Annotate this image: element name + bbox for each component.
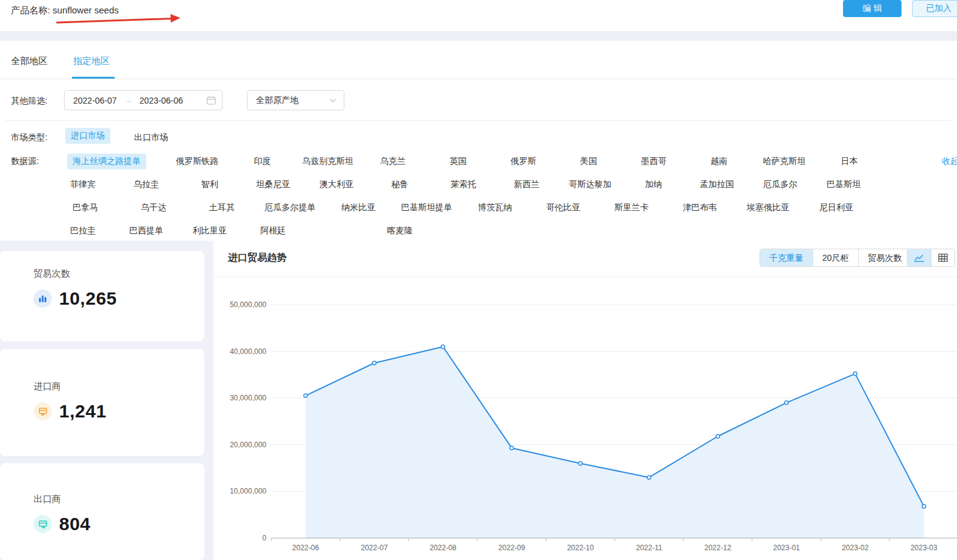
datasource-item[interactable]: 智利 (178, 179, 241, 190)
datasource-item[interactable]: 墨西哥 (621, 156, 686, 167)
unit-toggle-button[interactable]: 千克重量 (760, 249, 813, 266)
datasource-item[interactable]: 坦桑尼亚 (241, 179, 305, 190)
datasource-item[interactable]: 菲律宾 (51, 179, 115, 190)
metric-card-trades: 贸易次数 10,265 (0, 251, 204, 341)
datasource-item[interactable]: 哈萨克斯坦 (752, 156, 817, 167)
page-title: 产品名称: sunflower seeds (11, 5, 119, 16)
bar-chart-icon (34, 289, 52, 308)
svg-text:2022-11: 2022-11 (636, 544, 662, 552)
table-icon[interactable] (931, 249, 955, 266)
datasource-item[interactable]: 尼日利亚 (802, 202, 870, 213)
origin-select-value: 全部原产地 (256, 95, 299, 106)
svg-text:2022-10: 2022-10 (567, 544, 594, 552)
date-range-arrow-icon: → (124, 96, 132, 105)
datasource-item[interactable]: 埃塞俄比亚 (734, 202, 802, 213)
datasource-item[interactable]: 巴基斯坦 (812, 179, 875, 190)
view-toggle-group (907, 249, 955, 267)
datasource-item[interactable]: 乌兹别克斯坦 (295, 156, 360, 167)
market-type-label: 市场类型: (11, 132, 48, 143)
svg-text:2022-12: 2022-12 (705, 544, 731, 552)
header-divider-band (0, 31, 957, 41)
unit-toggle-button[interactable]: 20尺柜 (813, 249, 858, 266)
calendar-icon (207, 96, 216, 105)
datasource-item[interactable]: 巴拿马 (51, 202, 119, 213)
chart-title: 进口贸易趋势 (228, 252, 286, 264)
collapse-link[interactable]: 收起 (942, 156, 957, 167)
unit-toggle-button[interactable]: 贸易次数 (858, 249, 911, 266)
datasource-item[interactable]: 新西兰 (495, 179, 558, 190)
datasource-label: 数据源: (11, 156, 39, 167)
svg-text:10,000,000: 10,000,000 (230, 487, 266, 495)
date-range-picker[interactable]: 2022-06-07 → 2023-06-06 (64, 90, 222, 110)
date-end-value[interactable]: 2023-06-06 (140, 96, 183, 105)
datasource-item[interactable]: 哥伦比亚 (529, 202, 597, 213)
chevron-down-icon (329, 98, 336, 103)
tab-all-regions[interactable]: 全部地区 (11, 55, 48, 67)
svg-text:2023-01: 2023-01 (773, 544, 800, 552)
dotted-separator (6, 120, 951, 121)
datasource-item[interactable]: 哥斯达黎加 (558, 179, 622, 190)
tab-specified-regions[interactable]: 指定地区 (73, 55, 110, 67)
datasource-item[interactable]: 海上丝绸之路提单 (67, 154, 146, 169)
market-option-import[interactable]: 进口市场 (65, 128, 110, 144)
date-start-value[interactable]: 2022-06-07 (73, 96, 117, 105)
datasource-item[interactable]: 利比里亚 (178, 225, 241, 236)
datasource-rows: 海上丝绸之路提单俄罗斯铁路印度乌兹别克斯坦乌克兰英国俄罗斯美国墨西哥越南哈萨克斯… (51, 150, 957, 243)
datasource-item[interactable]: 巴基斯坦提单 (393, 202, 461, 213)
datasource-item[interactable]: 巴西提单 (115, 225, 178, 236)
svg-text:40,000,000: 40,000,000 (230, 347, 266, 356)
origin-select[interactable]: 全部原产地 (247, 90, 344, 110)
unit-toggle-group: 千克重量20尺柜贸易次数 (760, 249, 912, 267)
metric-value: 804 (59, 514, 91, 534)
metric-value: 10,265 (59, 288, 117, 309)
metric-label: 进口商 (34, 381, 204, 392)
market-option-export[interactable]: 出口市场 (134, 132, 168, 143)
datasource-item[interactable]: 斯里兰卡 (597, 202, 666, 213)
red-arrow-head (171, 13, 180, 23)
svg-text:2022-08: 2022-08 (430, 544, 457, 552)
metric-value: 1,241 (59, 401, 107, 422)
datasource-item[interactable]: 俄罗斯 (491, 156, 556, 167)
svg-text:50,000,000: 50,000,000 (230, 300, 266, 309)
trend-line-chart[interactable]: 010,000,00020,000,00030,000,00040,000,00… (213, 277, 957, 560)
datasource-item[interactable]: 土耳其 (188, 202, 256, 213)
datasource-item[interactable]: 越南 (686, 156, 752, 167)
line-chart-icon[interactable] (908, 249, 931, 266)
svg-text:2022-09: 2022-09 (498, 544, 525, 552)
metric-label: 出口商 (34, 494, 204, 505)
datasource-item[interactable]: 乌干达 (119, 202, 188, 213)
datasource-item[interactable]: 印度 (230, 156, 295, 167)
metric-label: 贸易次数 (34, 268, 204, 280)
trend-chart-panel: 进口贸易趋势 千克重量20尺柜贸易次数 010,000,00020,000,00… (213, 241, 957, 560)
datasource-item[interactable]: 乌拉圭 (115, 179, 178, 190)
datasource-item[interactable]: 纳米比亚 (324, 202, 393, 213)
datasource-item[interactable]: 日本 (817, 156, 882, 167)
added-button[interactable]: 已加入 (912, 0, 957, 17)
datasource-item[interactable]: 乌克兰 (360, 156, 425, 167)
datasource-item[interactable]: 津巴布韦 (666, 202, 734, 213)
datasource-item[interactable]: 莱索托 (432, 179, 495, 190)
exporter-icon (34, 515, 52, 533)
svg-text:20,000,000: 20,000,000 (230, 441, 266, 449)
datasource-item[interactable]: 巴拉圭 (51, 225, 115, 236)
svg-text:30,000,000: 30,000,000 (230, 394, 266, 402)
datasource-item[interactable]: 厄瓜多尔 (749, 179, 812, 190)
datasource-item[interactable]: 俄罗斯铁路 (165, 156, 230, 167)
red-arrow-shaft (56, 18, 173, 24)
datasource-item[interactable]: 厄瓜多尔提单 (256, 202, 324, 213)
svg-text:2023-03: 2023-03 (911, 544, 937, 552)
datasource-item[interactable]: 美国 (556, 156, 621, 167)
datasource-item[interactable]: 孟加拉国 (685, 179, 749, 190)
tabs-bottom-border (0, 79, 957, 79)
svg-text:2023-02: 2023-02 (842, 544, 869, 552)
importer-icon (34, 402, 52, 420)
svg-text:2022-06: 2022-06 (292, 544, 319, 552)
datasource-item[interactable]: 英国 (425, 156, 491, 167)
datasource-item[interactable]: 加纳 (622, 179, 685, 190)
datasource-item[interactable]: 博茨瓦纳 (461, 202, 529, 213)
datasource-item[interactable]: 秘鲁 (368, 179, 432, 190)
datasource-item[interactable]: 阿根廷 (241, 225, 305, 236)
edit-button[interactable]: 编 辑 (843, 0, 902, 17)
datasource-item[interactable]: 喀麦隆 (368, 225, 432, 236)
datasource-item[interactable]: 澳大利亚 (305, 179, 368, 190)
